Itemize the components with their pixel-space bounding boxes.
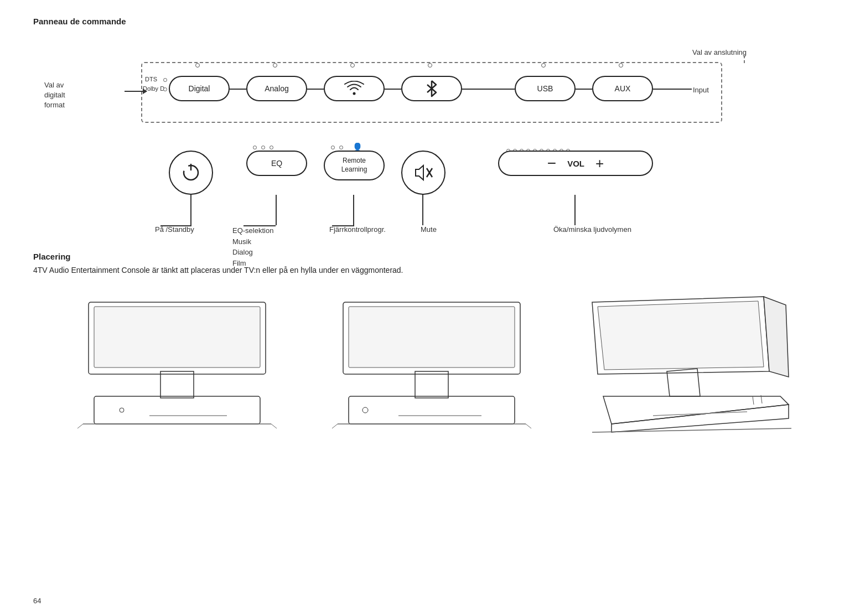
label-standby: På /Standby	[155, 225, 194, 234]
val-anslutning-line	[744, 55, 745, 63]
tv-illustration-2	[327, 286, 537, 446]
remote-learning-button[interactable]: Remote Learning	[324, 151, 385, 180]
label-mute: Mute	[421, 225, 437, 234]
eq-dot-2	[261, 146, 265, 149]
dolby-dot	[163, 87, 167, 91]
connect-line-1	[230, 89, 246, 90]
tv-illustration-1	[72, 286, 282, 446]
svg-marker-26	[603, 396, 789, 424]
svg-line-33	[753, 396, 754, 405]
svg-rect-17	[349, 396, 515, 424]
svg-marker-5	[416, 165, 423, 180]
placement-section: Placering 4TV Audio Entertainment Consol…	[33, 252, 830, 446]
dot-wifi	[350, 63, 355, 68]
tv-illustration-3	[581, 286, 791, 446]
remote-dot-1	[331, 146, 335, 149]
dot-usb	[541, 63, 546, 68]
svg-line-25	[526, 424, 531, 428]
dts-label: DTS	[145, 76, 157, 82]
section-title: Panneau de commande	[33, 17, 827, 26]
placement-text: 4TV Audio Entertainment Console är tänkt…	[33, 266, 830, 275]
eq-line-v	[276, 195, 277, 225]
usb-button[interactable]: USB	[515, 76, 576, 101]
svg-line-24	[332, 424, 338, 428]
svg-marker-31	[764, 297, 789, 377]
eq-dot-1	[253, 146, 257, 149]
svg-line-16	[271, 424, 277, 428]
connect-line-5	[576, 89, 592, 90]
mute-line-v	[422, 195, 423, 225]
digital-button[interactable]: Digital	[169, 76, 230, 101]
standby-button[interactable]	[169, 151, 213, 195]
page-number: 64	[33, 597, 41, 605]
val-anslutning-label: Val av anslutning	[692, 48, 747, 56]
label-vol: Öka/minska ljudvolymen	[553, 225, 631, 234]
svg-point-18	[362, 407, 368, 413]
dolby-label: Dolby D	[143, 85, 164, 92]
vol-label: VOL	[567, 159, 584, 168]
aux-button[interactable]: AUX	[592, 76, 653, 101]
label-fjarr: Fjärrkontrollprogr.	[329, 225, 386, 234]
placement-title: Placering	[33, 252, 830, 261]
svg-marker-27	[612, 405, 789, 432]
bluetooth-button[interactable]	[401, 76, 462, 101]
dot-bt	[428, 63, 432, 68]
mute-icon	[411, 161, 436, 185]
vol-minus[interactable]: −	[547, 156, 556, 171]
dts-dot	[163, 78, 167, 82]
vol-line-v	[574, 195, 576, 225]
svg-point-12	[120, 408, 124, 412]
dot-digital	[195, 63, 200, 68]
connect-line-2	[307, 89, 324, 90]
dot-analog	[273, 63, 277, 68]
svg-rect-21	[349, 307, 515, 367]
fjarr-line-v	[353, 195, 354, 225]
svg-rect-19	[415, 371, 448, 398]
svg-line-32	[653, 412, 747, 416]
eq-dot-3	[270, 146, 273, 149]
eq-button[interactable]: EQ	[246, 151, 307, 176]
connect-line-3	[385, 89, 401, 90]
svg-point-0	[353, 92, 356, 95]
page: Panneau de commande Val av anslutning Va…	[0, 0, 860, 616]
dot-aux	[619, 63, 623, 68]
svg-rect-9	[160, 371, 194, 398]
svg-line-15	[77, 424, 83, 428]
input-label: Input	[693, 86, 709, 94]
mute-button[interactable]	[401, 151, 445, 195]
standby-line-v	[190, 195, 191, 225]
analog-button[interactable]: Analog	[246, 76, 307, 101]
wifi-icon	[344, 81, 364, 96]
connect-line-4	[462, 89, 515, 90]
tv-images	[33, 286, 830, 446]
vol-plus[interactable]: +	[595, 156, 604, 170]
wifi-button[interactable]	[324, 76, 385, 101]
bluetooth-icon	[425, 79, 438, 99]
vol-button[interactable]: − VOL +	[498, 151, 653, 176]
svg-rect-11	[94, 307, 260, 367]
val-digitalt-label: Val av digitalt format	[44, 80, 65, 111]
remote-dots	[331, 146, 343, 149]
svg-marker-30	[598, 301, 764, 370]
eq-dots	[253, 146, 273, 149]
connect-line-6	[653, 89, 692, 90]
svg-rect-8	[94, 396, 260, 424]
remote-dot-2	[339, 146, 343, 149]
standby-icon	[178, 160, 204, 185]
diagram-area: Val av anslutning Val av digitalt format…	[33, 32, 827, 270]
svg-line-35	[592, 428, 791, 432]
